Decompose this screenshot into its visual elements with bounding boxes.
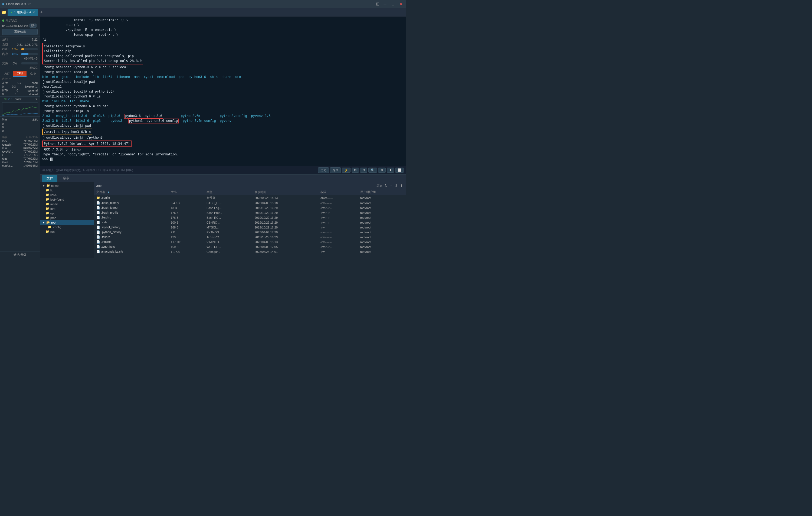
file-name-cell: 📄.python_history	[94, 230, 169, 235]
term-line: [GCC 7.3.0] on linux	[42, 147, 404, 152]
table-header: 文件名 ▲ 大小 类型 修改时间 权限 用户/用户组	[94, 189, 406, 195]
file-perm: -rw-r--r--	[318, 210, 358, 215]
sidebar: 同步状态 IP 192.168.120.148 复制 系统信息 运行 7:22 …	[0, 17, 40, 258]
tree-label: root	[51, 221, 56, 224]
grid-btn[interactable]: ⊞	[352, 168, 359, 173]
col-owner[interactable]: 用户/用户组	[358, 189, 406, 195]
tree-item-root[interactable]: ▼ 📂 root	[40, 220, 94, 225]
file-perm: -rw-r--r--	[318, 215, 358, 220]
table-row[interactable]: 📄.mysql_history 168 B MYSQL... 2019/10/2…	[94, 225, 406, 230]
fullscreen-btn[interactable]: ⬜	[395, 168, 404, 173]
col-perm[interactable]: 权限	[318, 189, 358, 195]
terminal-area: install|*) ensurepip="" ;; \ esac; \ ./p…	[40, 17, 406, 258]
tab-mem[interactable]: 内存	[0, 71, 13, 77]
tree-item-lib[interactable]: 📁 lib	[43, 188, 94, 193]
file-perm: -rw-------	[318, 230, 358, 235]
tab-commands[interactable]: 命令	[58, 175, 74, 182]
minimize-btn[interactable]: ─	[383, 2, 387, 6]
file-mtime: 2023/04/05 12:05	[252, 245, 318, 249]
tree-label: mnt	[50, 207, 55, 210]
history-label: 历史	[377, 183, 382, 188]
folder-icon[interactable]: 📁	[1, 10, 6, 15]
runtime-value: 7:22	[32, 38, 38, 41]
sys-info-btn[interactable]: 系统信息	[2, 29, 38, 35]
box-btn[interactable]: ⊡	[360, 168, 367, 173]
list-item: 3.7M 0.7 sshd	[0, 81, 40, 85]
load-value: 0.81, 1.03, 0.73	[17, 43, 38, 46]
col-mtime[interactable]: 修改时间	[252, 189, 318, 195]
col-name[interactable]: 文件名 ▲	[94, 189, 169, 195]
table-row[interactable]: 📄.bash_logout 18 B Bash Log... 2019/10/2…	[94, 205, 406, 210]
tree-item-home[interactable]: ▼ 📁 home	[40, 183, 94, 188]
tab-server04[interactable]: ● 1 服务器-04 ✕	[7, 9, 38, 16]
table-row[interactable]: 📄.bash_history 3.4 KB BASH_HI... 2023/04…	[94, 201, 406, 205]
terminal-output[interactable]: install|*) ensurepip="" ;; \ esac; \ ./p…	[40, 17, 406, 166]
folder-icon: 📁	[46, 216, 49, 220]
list-item: /run/us... 145M/145M	[2, 164, 38, 168]
tab-add-btn[interactable]: +	[40, 9, 43, 15]
close-btn[interactable]: ✕	[399, 2, 404, 6]
sync-label: 同步状态	[5, 19, 17, 23]
download-btn[interactable]: ⬇	[387, 168, 394, 173]
table-row[interactable]: 📄.bash_profile 176 B Bash Prof... 2019/1…	[94, 210, 406, 215]
tree-item-media[interactable]: 📁 media	[43, 202, 94, 206]
download-file-btn[interactable]: ⬇	[394, 183, 398, 188]
swap-detail-value: 8M/2G	[29, 66, 38, 69]
flash-btn[interactable]: ⚡	[342, 168, 350, 173]
refresh-btn[interactable]: ↻	[384, 183, 388, 188]
term-line: [root@localhost bin]# ls	[42, 109, 404, 114]
file-mtime: 2023/04/05 15:13	[252, 239, 318, 245]
tree-item-mnt[interactable]: 📁 mnt	[43, 206, 94, 211]
terminal-input[interactable]	[137, 168, 316, 172]
settings-btn[interactable]: ⚙	[378, 168, 386, 173]
table-row[interactable]: 📄.wget-hsts 169 B WGET-H... 2023/04/05 1…	[94, 245, 406, 249]
term-line: [root@localhost local]# ls	[42, 70, 404, 75]
table-row[interactable]: 📄.tcshrc 129 B TCSHRC ... 2019/10/29 16:…	[94, 235, 406, 239]
grid-icon[interactable]: ⊞	[376, 1, 379, 6]
history-btn[interactable]: 历史	[318, 167, 329, 173]
maximize-btn[interactable]: □	[391, 2, 395, 6]
file-owner: root/root	[358, 225, 406, 230]
tab-cmd[interactable]: 命令	[27, 71, 40, 77]
file-type: BASH_HI...	[204, 201, 252, 205]
highlight-block-yellow: /usr/local/python3.6/bin	[42, 128, 92, 135]
table-row[interactable]: 📄.cshrc 100 B CSHRC ... 2019/10/29 16:29…	[94, 220, 406, 225]
tab-files[interactable]: 文件	[42, 175, 57, 182]
search-btn[interactable]: 🔍	[368, 168, 377, 173]
tree-item-lost[interactable]: 📁 lost+found	[43, 197, 94, 202]
list-item: /dev/shm 727M/727M	[2, 143, 38, 146]
term-line: Collecting setuptools	[44, 44, 142, 49]
up-btn[interactable]: ↑	[390, 183, 393, 188]
table-row[interactable]: 📄.python_history 7 B PYTHON... 2023/04/0…	[94, 230, 406, 235]
file-owner: root/root	[358, 220, 406, 225]
tree-item-config[interactable]: 📁 .config	[40, 225, 94, 229]
copy-ip-btn[interactable]: 复制	[29, 24, 36, 28]
tab-cpu[interactable]: CPU	[13, 71, 27, 77]
terminal-toolbar: 历史 选贞 ⚡ ⊞ ⊡ 🔍 ⚙ ⬇ ⬜	[318, 167, 404, 173]
col-size[interactable]: 大小	[169, 189, 204, 195]
tree-item-proc[interactable]: 📁 proc	[43, 216, 94, 220]
upload-file-btn[interactable]: ⬆	[400, 183, 404, 188]
tree-item-opt[interactable]: 📁 opt	[43, 211, 94, 216]
file-size: 169 B	[169, 245, 204, 249]
term-line: Successfully installed pip-9.0.1 setupto…	[44, 58, 142, 63]
select-btn[interactable]: 选贞	[330, 167, 341, 173]
table-row[interactable]: 📄.viminfo 11.1 KB VIMINFO... 2023/04/05 …	[94, 239, 406, 245]
term-line: Installing collected packages: setuptool…	[44, 54, 142, 58]
table-row[interactable]: 📄.bashrc 176 B Bash RC... 2019/10/29 16:…	[94, 215, 406, 220]
mem-progress-fill	[21, 53, 28, 55]
file-owner: root/root	[358, 239, 406, 245]
file-owner: root/root	[358, 245, 406, 249]
tab-close-icon[interactable]: ✕	[33, 11, 35, 14]
col-type[interactable]: 类型	[204, 189, 252, 195]
tree-item-run[interactable]: 📁 run	[43, 229, 94, 234]
tree-item-lib64[interactable]: 📁 lib64	[43, 193, 94, 197]
file-name-cell: 📄.bashrc	[94, 215, 169, 220]
table-row[interactable]: 📁.config 文件夹 2023/03/28 14:13 drwx------…	[94, 195, 406, 201]
ping-row4: 0	[2, 129, 38, 133]
activate-btn[interactable]: 激活/升级	[0, 252, 40, 258]
file-size: 18 B	[169, 205, 204, 210]
file-perm: -rw-------	[318, 249, 358, 254]
term-line: [root@localhost Python-3.6.2]# cd /usr/l…	[42, 65, 404, 70]
table-row[interactable]: 📄anaconda-ks.cfg 1.1 KB Configur... 2023…	[94, 249, 406, 254]
